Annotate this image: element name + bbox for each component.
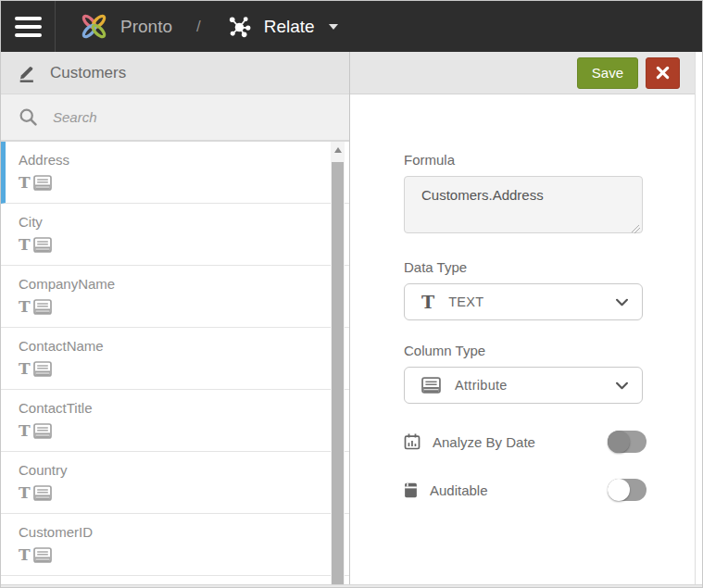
auditable-row: Auditable	[404, 476, 647, 504]
list-item-contacttitle[interactable]: ContactTitle T	[1, 390, 349, 452]
attribute-type-icon	[33, 423, 52, 439]
pronto-logo-icon	[80, 12, 108, 41]
field-name: City	[19, 213, 321, 231]
column-editor-panel: Save Formula Customers.Address	[350, 52, 702, 588]
attribute-type-icon	[421, 377, 441, 394]
close-x-icon	[656, 66, 670, 80]
pronto-home-link[interactable]: Pronto	[80, 12, 172, 41]
list-item-city[interactable]: City T	[1, 204, 349, 266]
search-bar	[1, 94, 349, 142]
list-item-country[interactable]: Country T	[1, 452, 349, 514]
attribute-type-icon	[33, 299, 52, 315]
auditable-toggle[interactable]	[608, 479, 647, 501]
formula-label: Formula	[404, 152, 702, 168]
module-name: Relate	[264, 17, 315, 37]
field-name: ContactName	[19, 337, 321, 356]
column-type-select[interactable]: Attribute	[404, 367, 643, 404]
data-type-select[interactable]: T TEXT	[404, 283, 643, 320]
analyze-by-date-toggle[interactable]	[608, 431, 647, 453]
field-name: Country	[19, 461, 321, 480]
chevron-down-icon	[329, 24, 338, 30]
close-button[interactable]	[646, 57, 680, 89]
app-name: Pronto	[120, 17, 172, 37]
text-type-icon: T	[19, 235, 31, 254]
field-name: ContactTitle	[19, 399, 321, 418]
field-name: CustomerID	[19, 523, 321, 542]
field-name: CompanyName	[19, 275, 321, 294]
right-panel-scroll-gutter	[695, 52, 702, 588]
attribute-type-icon	[33, 175, 52, 191]
attribute-type-icon	[33, 237, 52, 253]
column-type-group: Column Type Attribute	[404, 343, 702, 404]
field-name: Address	[19, 151, 321, 169]
topbar-divider	[55, 1, 56, 52]
attribute-type-icon	[33, 485, 52, 501]
text-type-icon: T	[19, 173, 31, 192]
attribute-type-icon	[33, 547, 52, 563]
resize-grip-icon[interactable]	[632, 225, 640, 233]
field-list: Address T City T CompanyName	[1, 142, 349, 588]
list-scrollbar	[331, 142, 345, 588]
text-type-icon: T	[19, 421, 31, 440]
edit-pencil-icon[interactable]	[17, 63, 36, 82]
search-input[interactable]	[53, 109, 349, 125]
relate-network-icon	[227, 14, 252, 39]
data-type-group: Data Type T TEXT	[404, 259, 702, 320]
toggle-knob	[608, 431, 630, 453]
text-type-icon: T	[19, 483, 31, 502]
ledger-icon	[404, 482, 418, 498]
text-type-icon: T	[19, 297, 31, 316]
search-icon	[19, 107, 38, 127]
app-window: Pronto / Relate	[0, 0, 703, 588]
text-type-icon: T	[421, 293, 434, 311]
analyze-by-date-label: Analyze By Date	[433, 434, 535, 450]
formula-group: Formula Customers.Address	[404, 152, 702, 237]
calendar-chart-icon	[404, 433, 421, 450]
list-item-companyname[interactable]: CompanyName T	[1, 266, 349, 328]
chevron-down-icon	[616, 382, 628, 390]
scrollbar-up-arrow[interactable]	[331, 142, 345, 158]
text-type-icon: T	[19, 359, 31, 378]
fields-sidebar: Customers Address T City	[1, 52, 350, 588]
text-type-icon: T	[19, 545, 31, 564]
editor-toolbar: Save	[350, 52, 702, 94]
column-type-value: Attribute	[455, 378, 508, 393]
topbar: Pronto / Relate	[1, 1, 702, 52]
horizontal-scrollbar-track	[1, 584, 702, 587]
editor-form: Formula Customers.Address Data Type T TE…	[350, 94, 702, 588]
formula-input[interactable]: Customers.Address	[404, 176, 643, 233]
scrollbar-thumb[interactable]	[332, 162, 344, 588]
list-item-address[interactable]: Address T	[1, 142, 349, 204]
sidebar-header: Customers	[1, 52, 349, 94]
save-button[interactable]: Save	[577, 57, 638, 89]
data-type-value: TEXT	[448, 294, 483, 309]
data-type-label: Data Type	[404, 259, 702, 275]
chevron-down-icon	[616, 298, 628, 307]
toggle-knob	[608, 479, 630, 501]
list-item-customerid[interactable]: CustomerID T	[1, 514, 349, 576]
panel-title: Customers	[50, 64, 126, 82]
list-item-contactname[interactable]: ContactName T	[1, 328, 349, 390]
auditable-label: Auditable	[430, 482, 488, 498]
attribute-type-icon	[33, 361, 52, 377]
breadcrumb-separator: /	[196, 18, 201, 36]
column-type-label: Column Type	[404, 343, 702, 358]
hamburger-menu-button[interactable]	[1, 1, 55, 52]
relate-module-dropdown[interactable]: Relate	[227, 14, 338, 39]
analyze-by-date-row: Analyze By Date	[404, 428, 647, 456]
